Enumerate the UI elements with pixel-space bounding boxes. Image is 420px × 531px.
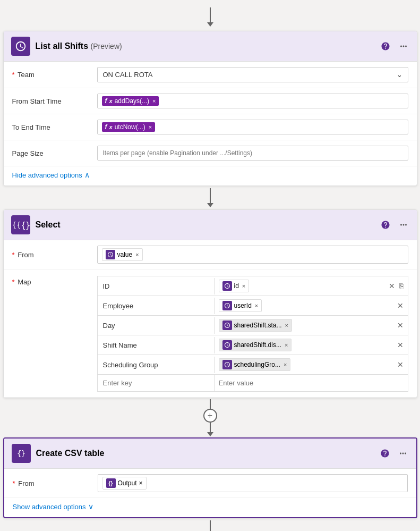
team-dropdown[interactable]: ON CALL ROTA ⌄ (97, 67, 408, 82)
day-delete-btn[interactable]: ✕ (397, 321, 404, 330)
map-rows-container: ID id × (97, 276, 408, 392)
create-csv-from-field[interactable]: {} Output × (98, 474, 408, 492)
add-step-button[interactable]: + (203, 409, 217, 423)
team-dropdown-value: ON CALL ROTA (103, 71, 153, 79)
plus-line-bottom (210, 423, 211, 432)
utc-now-tag-close[interactable]: × (149, 124, 152, 130)
add-days-tag-text: addDays(...) (115, 97, 149, 105)
map-row-id: ID id × (97, 276, 408, 296)
preview-text: (Preview) (91, 42, 122, 50)
page-size-input[interactable] (97, 146, 408, 161)
to-end-time-row: To End Time fx utcNow(...) × (4, 114, 417, 140)
map-value-section: ID id × (97, 276, 408, 392)
top-connector (207, 5, 213, 29)
clock-icon-employee (224, 302, 230, 309)
id-tag-close[interactable]: × (242, 283, 245, 289)
dropdown-arrow-icon: ⌄ (397, 71, 402, 79)
employee-tag-close[interactable]: × (255, 302, 258, 309)
scheduling-group-tag-close[interactable]: × (284, 361, 287, 368)
map-key-employee: Employee (98, 298, 215, 314)
day-actions: ✕ (393, 321, 408, 330)
create-csv-from-label: * From (13, 479, 98, 487)
map-row-day: Day sharedShift.sta... × (97, 315, 408, 335)
create-csv-card: {} Create CSV table * From (3, 437, 417, 518)
select-help-button[interactable] (380, 219, 391, 231)
scheduling-group-delete-btn[interactable]: ✕ (397, 360, 404, 369)
day-tag-text: sharedShift.sta... (234, 322, 282, 329)
map-key-shift-name: Shift Name (98, 337, 215, 353)
clock-icon-id (224, 283, 230, 289)
utc-now-tag: fx utcNow(...) × (102, 122, 156, 132)
employee-delete-btn[interactable]: ✕ (397, 301, 404, 310)
to-end-time-label: To End Time (12, 123, 97, 131)
map-key-id: ID (98, 278, 215, 294)
shift-name-delete-btn[interactable]: ✕ (397, 341, 404, 349)
create-csv-from-value: {} Output × (98, 474, 408, 492)
shift-name-tag-close[interactable]: × (285, 342, 288, 348)
clock-icon (15, 40, 27, 52)
more-options-button[interactable] (398, 40, 409, 52)
scheduling-group-tag-text: schedulingGro... (234, 361, 280, 368)
help-button[interactable] (380, 40, 391, 52)
show-advanced-link[interactable]: Show advanced options ∨ (4, 498, 416, 517)
enter-key-input[interactable] (103, 379, 209, 387)
connector-arrow-1 (207, 188, 213, 207)
title-text: List all Shifts (36, 41, 89, 50)
select-icon: {{}} {} (11, 215, 30, 234)
shift-name-tag: sharedShift.dis... × (219, 339, 292, 351)
plus-line-top (210, 399, 211, 409)
hide-advanced-link[interactable]: Hide advanced options ∧ (4, 166, 417, 186)
list-all-shifts-icon (11, 37, 30, 56)
to-end-time-field[interactable]: fx utcNow(...) × (97, 120, 408, 134)
team-field-row: * Team ON CALL ROTA ⌄ (4, 62, 417, 88)
output-tag: {} Output × (102, 477, 147, 490)
select-more-button[interactable] (398, 219, 409, 231)
map-value-placeholder[interactable] (215, 376, 408, 390)
show-advanced-text: Show advanced options (13, 503, 86, 511)
hide-advanced-text: Hide advanced options (12, 171, 82, 179)
id-delete-btn[interactable]: ✕ (389, 282, 395, 290)
map-row-new (97, 374, 408, 392)
scheduling-group-clock-icon (222, 360, 232, 369)
clock-icon-day (224, 322, 230, 328)
list-all-shifts-body: * Team ON CALL ROTA ⌄ From Start Time (4, 62, 417, 186)
shift-name-clock-icon (222, 340, 232, 350)
id-copy-btn[interactable]: ⎘ (399, 282, 404, 290)
chevron-down-icon: ∨ (88, 502, 93, 511)
select-from-row: * From value × (4, 240, 417, 269)
clock-icon-wrap (106, 250, 115, 259)
map-key-placeholder[interactable] (98, 375, 215, 391)
create-csv-help-button[interactable] (379, 448, 391, 459)
from-start-time-field[interactable]: fx addDays(...) × (97, 94, 408, 108)
map-value-id: id × (215, 276, 384, 296)
shift-name-tag-text: sharedShift.dis... (234, 341, 281, 349)
day-tag-close[interactable]: × (285, 322, 288, 328)
select-card: {{}} {} Select * From (3, 209, 417, 398)
enter-value-input[interactable] (219, 379, 404, 387)
output-tag-close[interactable]: × (139, 479, 143, 487)
select-title: Select (36, 220, 380, 230)
value-tag-close[interactable]: × (135, 251, 139, 258)
map-label: * Map (12, 276, 97, 286)
select-from-label: * From (12, 251, 97, 259)
add-days-tag-close[interactable]: × (152, 98, 156, 104)
id-tag-text: id (234, 282, 239, 290)
create-csv-from-row: * From {} Output × (4, 469, 416, 498)
header-actions (380, 40, 409, 52)
bottom-connector (207, 520, 213, 531)
map-row: * Map ID (4, 269, 417, 398)
page-size-label: Page Size (12, 149, 97, 157)
chevron-up-icon: ∧ (84, 171, 90, 179)
page-size-row: Page Size (4, 140, 417, 166)
create-csv-more-button[interactable] (397, 448, 409, 459)
day-tag: sharedShift.sta... × (219, 319, 292, 332)
select-from-field[interactable]: value × (97, 246, 408, 264)
page-size-value (97, 146, 408, 161)
map-row-scheduling-group: Scheduling Group schedulingGro... (97, 355, 408, 374)
select-header: {{}} {} Select (4, 210, 417, 240)
shift-name-actions: ✕ (393, 341, 408, 349)
employee-actions: ✕ (393, 301, 408, 310)
select-title-text: Select (36, 220, 61, 229)
team-value[interactable]: ON CALL ROTA ⌄ (97, 67, 408, 82)
map-key-day: Day (98, 317, 215, 334)
